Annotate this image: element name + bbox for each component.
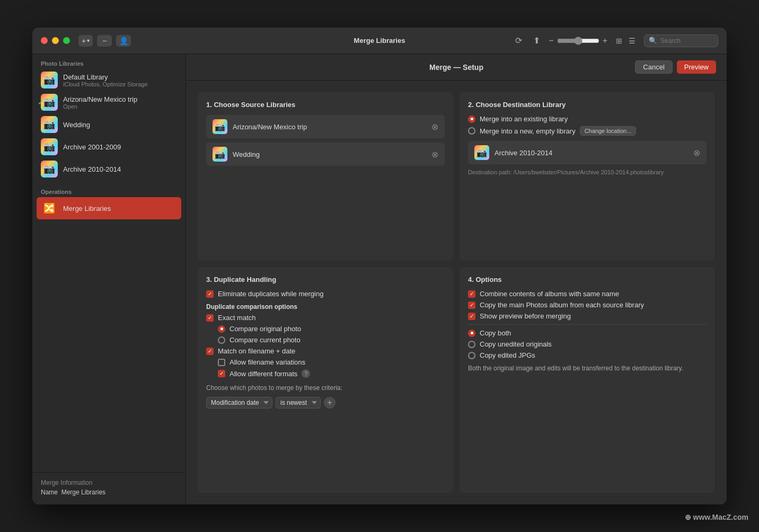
new-lib-radio[interactable] (468, 127, 475, 135)
compare-current-radio[interactable] (218, 336, 225, 344)
view-buttons: ⊞ ☰ (614, 36, 638, 46)
allow-formats-row[interactable]: Allow different formats ? (206, 369, 445, 378)
allow-formats-checkbox[interactable] (218, 370, 225, 377)
duplicate-title: 3. Duplicate Handling (206, 276, 445, 283)
match-filename-row[interactable]: Match on filename + date (206, 347, 445, 355)
existing-lib-radio[interactable] (468, 116, 475, 123)
zoom-slider-container: − + (549, 36, 607, 46)
sidebar-item-arizona[interactable]: ✓ 📷 Arizona/New Mexico trip Open (37, 91, 181, 113)
preview-button[interactable]: Preview (677, 60, 716, 74)
duplicate-handling-panel: 3. Duplicate Handling Eliminate duplicat… (198, 267, 453, 493)
options-panel: 4. Options Combine contents of albums wi… (460, 267, 715, 493)
copy-both-radio[interactable] (468, 330, 475, 337)
sidebar-item-wedding[interactable]: 📷 Wedding (37, 113, 181, 136)
plus-icon: + (82, 37, 86, 45)
combine-albums-row[interactable]: Combine contents of albums with same nam… (468, 290, 707, 298)
person-icon: ⬆ (533, 36, 540, 46)
zoom-in-icon[interactable]: + (603, 36, 607, 46)
match-filename-checkbox[interactable] (206, 348, 214, 355)
existing-lib-option[interactable]: Merge into an existing library (468, 115, 707, 123)
add-button[interactable]: + ▾ (78, 35, 93, 47)
minus-icon: − (102, 37, 107, 45)
compare-original-radio[interactable] (218, 325, 225, 333)
remove-dest-lib-button[interactable]: ⊗ (693, 148, 700, 158)
zoom-slider[interactable] (557, 37, 599, 45)
remove-lib-button[interactable]: ⊗ (431, 149, 438, 159)
new-lib-option[interactable]: Merge into a new, empty library Change l… (468, 126, 707, 136)
user-icon-button[interactable]: 👤 (116, 35, 131, 47)
copy-main-photos-checkbox[interactable] (468, 302, 475, 309)
copy-edited-radio[interactable] (468, 352, 475, 359)
header-buttons: Cancel Preview (543, 60, 716, 74)
main-area: Photo Libraries 📷 Default Library iCloud… (32, 54, 727, 504)
combine-albums-checkbox[interactable] (468, 290, 475, 298)
show-preview-row[interactable]: Show preview before merging (468, 312, 707, 320)
titlebar-controls: + ▾ − 👤 (78, 35, 131, 47)
library-sub: iCloud Photos, Optimize Storage (63, 81, 177, 87)
destination-library-panel: 2. Choose Destination Library Merge into… (460, 92, 715, 261)
merge-libraries-operation[interactable]: 🔀 Merge Libraries (37, 197, 181, 219)
sidebar-item-archive-2001[interactable]: 📷 Archive 2001-2009 (37, 136, 181, 158)
library-name: Default Library (63, 73, 177, 81)
help-icon[interactable]: ? (302, 369, 310, 378)
sidebar-item-text: Archive 2010-2014 (63, 165, 177, 173)
criteria-condition-select[interactable]: is newest is oldest (276, 397, 321, 409)
sidebar-item-text: Wedding (63, 121, 177, 129)
list-view-button[interactable]: ☰ (626, 36, 638, 46)
source-title: 1. Choose Source Libraries (206, 101, 445, 109)
match-filename-label: Match on filename + date (218, 347, 295, 355)
dest-lib-icon: 📷 (474, 145, 489, 160)
copy-unedited-radio[interactable] (468, 341, 475, 348)
titlebar: + ▾ − 👤 Merge Libraries ⟳ ⬆ − + (32, 28, 727, 54)
criteria-date-select[interactable]: Modification date Creation date Import d… (206, 397, 272, 409)
exact-match-row[interactable]: Exact match (206, 314, 445, 322)
source-lib-arizona: 📷 Arizona/New Mexico trip ⊗ (206, 115, 445, 138)
zoom-out-icon[interactable]: − (549, 36, 553, 46)
change-location-button[interactable]: Change location... (580, 126, 637, 136)
libraries-section-title: Photo Libraries (37, 60, 181, 67)
person-icon-button[interactable]: ⬆ (531, 35, 542, 47)
lib-icon: 📷 (213, 119, 227, 134)
compare-original-row[interactable]: Compare original photo (206, 325, 445, 333)
copy-main-photos-row[interactable]: Copy the main Photos album from each sou… (468, 301, 707, 309)
add-criteria-button[interactable]: + (324, 397, 336, 409)
allow-filename-checkbox[interactable] (218, 359, 225, 366)
sidebar-item-text: Default Library iCloud Photos, Optimize … (63, 73, 177, 87)
search-box[interactable]: 🔍 (644, 34, 718, 47)
close-button[interactable] (41, 37, 48, 44)
back-button[interactable]: ⟳ (513, 35, 524, 47)
eliminate-duplicates-row[interactable]: Eliminate duplicates while merging (206, 290, 445, 298)
copy-both-row[interactable]: Copy both (468, 329, 707, 337)
cancel-button[interactable]: Cancel (635, 60, 672, 74)
show-preview-checkbox[interactable] (468, 313, 475, 320)
exact-match-checkbox[interactable] (206, 314, 214, 322)
grid-view-button[interactable]: ⊞ (614, 36, 624, 46)
search-input[interactable] (660, 37, 713, 45)
copy-edited-row[interactable]: Copy edited JPGs (468, 351, 707, 359)
compare-current-label: Compare current photo (230, 336, 301, 344)
criteria-section: Choose which photos to merge by these cr… (206, 384, 445, 409)
remove-lib-button[interactable]: ⊗ (431, 122, 438, 132)
copy-unedited-row[interactable]: Copy unedited originals (468, 340, 707, 348)
copy-both-label: Copy both (480, 329, 511, 337)
traffic-lights (41, 37, 70, 44)
library-icon: 📷 (41, 138, 58, 155)
sidebar-item-text: Archive 2001-2009 (63, 143, 177, 151)
maximize-button[interactable] (63, 37, 70, 44)
merge-icon: 🔀 (41, 200, 58, 217)
minimize-button[interactable] (52, 37, 59, 44)
sidebar-item-archive-2010[interactable]: 📷 Archive 2010-2014 (37, 158, 181, 180)
allow-filename-row[interactable]: Allow filename variations (206, 358, 445, 366)
eliminate-duplicates-label: Eliminate duplicates while merging (218, 290, 323, 298)
compare-current-row[interactable]: Compare current photo (206, 336, 445, 344)
merge-info-label: Merge Information (41, 479, 177, 486)
new-lib-label: Merge into a new, empty library (480, 127, 576, 135)
library-name: Wedding (63, 121, 177, 129)
criteria-intro: Choose which photos to merge by these cr… (206, 384, 445, 392)
show-preview-label: Show preview before merging (480, 312, 571, 320)
sidebar-item-default-library[interactable]: 📷 Default Library iCloud Photos, Optimiz… (37, 69, 181, 91)
minus-button[interactable]: − (97, 35, 112, 47)
back-icon: ⟳ (515, 36, 522, 46)
options-title: 4. Options (468, 276, 707, 283)
eliminate-duplicates-checkbox[interactable] (206, 290, 214, 298)
